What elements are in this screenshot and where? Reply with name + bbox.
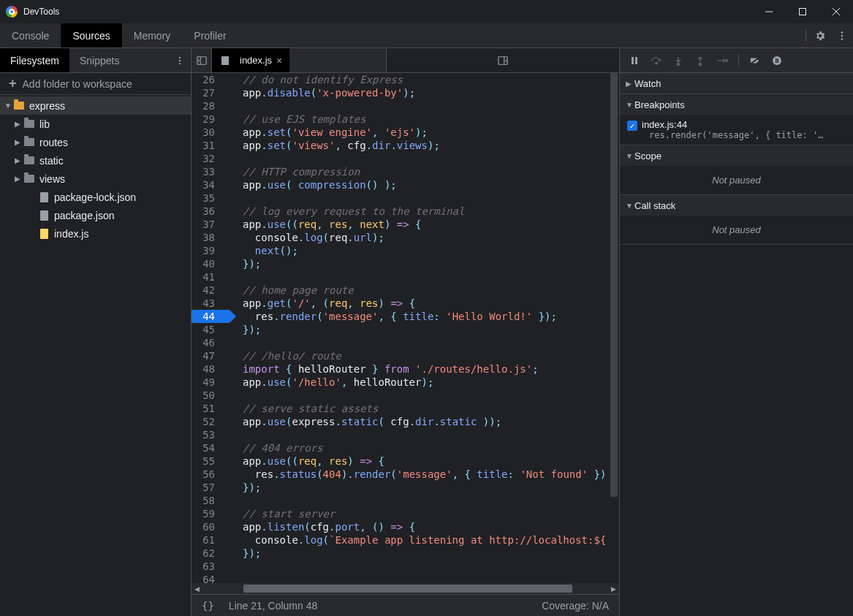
- file-icon: [38, 210, 50, 221]
- code-area[interactable]: // do not identify Expressapp.disable('x…: [232, 73, 619, 583]
- folder-lib[interactable]: ▶lib: [0, 115, 191, 133]
- chevron-right-icon: ▶: [626, 80, 634, 88]
- tree-label: package.json: [54, 210, 115, 221]
- breakpoints-header[interactable]: ▼Breakpoints: [620, 94, 853, 115]
- maximize-button[interactable]: [786, 0, 819, 23]
- tree-label: routes: [39, 137, 68, 148]
- nav-toggle-right-icon[interactable]: [386, 48, 619, 72]
- nav-toggle-left-icon[interactable]: [192, 48, 212, 72]
- file-icon: [23, 155, 35, 167]
- line-gutter[interactable]: 2627282930313233343536373839404142434445…: [192, 73, 232, 583]
- tab-console[interactable]: Console: [0, 23, 61, 47]
- tab-sources[interactable]: Sources: [61, 23, 121, 47]
- svg-point-1: [841, 31, 843, 34]
- svg-point-3: [841, 38, 843, 40]
- sidebar-more-icon[interactable]: [169, 48, 191, 72]
- chevron-down-icon: ▼: [626, 202, 634, 210]
- tree-label: index.js: [54, 228, 88, 240]
- pause-button[interactable]: [624, 50, 645, 71]
- cursor-position: Line 21, Column 48: [229, 600, 317, 612]
- folder-static[interactable]: ▶static: [0, 151, 191, 170]
- breakpoint-checkbox[interactable]: ✓: [627, 121, 637, 131]
- svg-point-11: [656, 62, 658, 64]
- content: Filesystem Snippets + Add folder to work…: [0, 48, 853, 616]
- file-icon: [23, 137, 35, 148]
- pause-on-exceptions-button[interactable]: [767, 50, 787, 71]
- svg-point-5: [179, 59, 181, 61]
- editor-tab-indexjs[interactable]: index.js ×: [212, 48, 289, 72]
- add-folder-button[interactable]: + Add folder to workspace: [0, 73, 191, 95]
- tree-label: static: [39, 155, 64, 167]
- sidebar-tab-snippets[interactable]: Snippets: [69, 48, 129, 72]
- folder-views[interactable]: ▶views: [0, 170, 191, 188]
- tab-profiler[interactable]: Profiler: [182, 23, 238, 47]
- file-package-json[interactable]: package.json: [0, 206, 191, 224]
- close-tab-icon[interactable]: ×: [276, 55, 282, 66]
- chevron-icon: ▶: [15, 138, 22, 146]
- svg-point-15: [773, 56, 781, 65]
- tree-label: lib: [39, 118, 50, 130]
- file-icon: [38, 228, 50, 240]
- chevron-icon: ▼: [4, 102, 12, 110]
- svg-rect-10: [635, 57, 637, 64]
- not-paused-label: Not paused: [620, 218, 853, 241]
- callstack-section: ▼Call stack Not paused: [620, 195, 853, 245]
- watch-header[interactable]: ▶Watch: [620, 73, 853, 94]
- svg-point-14: [726, 59, 728, 61]
- step-out-button[interactable]: [690, 50, 710, 71]
- step-button[interactable]: [712, 50, 732, 71]
- add-folder-label: Add folder to workspace: [23, 78, 132, 90]
- code-editor[interactable]: 2627282930313233343536373839404142434445…: [192, 73, 619, 583]
- plus-icon: +: [9, 76, 17, 91]
- coverage-label: Coverage: N/A: [542, 600, 609, 612]
- main-toolbar: Console Sources Memory Profiler: [0, 23, 853, 48]
- tree-label: views: [39, 173, 65, 185]
- scope-section: ▼Scope Not paused: [620, 145, 853, 195]
- folder-routes[interactable]: ▶routes: [0, 133, 191, 151]
- breakpoint-code: res.render('message', { title: '…: [642, 130, 823, 140]
- file-icon: [23, 173, 35, 185]
- svg-point-12: [678, 63, 680, 65]
- file-index-js[interactable]: index.js: [0, 224, 191, 243]
- vertical-scrollbar[interactable]: [609, 73, 619, 583]
- file-icon: [23, 118, 35, 130]
- chevron-icon: ▶: [15, 175, 22, 183]
- format-braces-icon[interactable]: {}: [202, 600, 214, 612]
- tab-memory[interactable]: Memory: [122, 23, 183, 47]
- watch-section: ▶Watch: [620, 73, 853, 94]
- chevron-down-icon: ▼: [626, 101, 634, 109]
- folder-express[interactable]: ▼express: [0, 96, 191, 115]
- sidebar-tabs: Filesystem Snippets: [0, 48, 191, 73]
- file-tree: ▼express▶lib▶routes▶static▶viewspackage-…: [0, 95, 191, 616]
- settings-icon[interactable]: [809, 23, 831, 47]
- horizontal-scrollbar[interactable]: ◀ ▶: [192, 583, 619, 594]
- breakpoint-location: index.js:44: [642, 119, 823, 130]
- svg-rect-9: [632, 57, 634, 64]
- svg-rect-16: [776, 58, 777, 63]
- breakpoints-section: ▼Breakpoints ✓ index.js:44 res.render('m…: [620, 94, 853, 145]
- svg-point-13: [700, 63, 702, 65]
- editor-panel: index.js × 26272829303132333435363738394…: [192, 48, 620, 616]
- scope-header[interactable]: ▼Scope: [620, 145, 853, 166]
- sidebar-tab-filesystem[interactable]: Filesystem: [0, 48, 69, 72]
- file-icon: [13, 100, 25, 112]
- step-over-button[interactable]: [646, 50, 667, 71]
- deactivate-breakpoints-button[interactable]: [745, 50, 765, 71]
- chevron-icon: ▶: [15, 120, 22, 128]
- callstack-header[interactable]: ▼Call stack: [620, 195, 853, 216]
- breakpoint-item[interactable]: ✓ index.js:44 res.render('message', { ti…: [620, 118, 853, 142]
- chrome-icon: [6, 6, 18, 18]
- editor-tabs: index.js ×: [192, 48, 619, 73]
- minimize-button[interactable]: [752, 0, 786, 23]
- debug-toolbar: [620, 48, 853, 73]
- close-button[interactable]: [819, 0, 853, 23]
- step-into-button[interactable]: [668, 50, 689, 71]
- file-package-lock-json[interactable]: package-lock.json: [0, 188, 191, 206]
- chevron-down-icon: ▼: [626, 152, 634, 160]
- kebab-menu-icon[interactable]: [831, 23, 853, 47]
- editor-tab-label: index.js: [240, 55, 272, 66]
- tree-label: package-lock.json: [54, 191, 136, 203]
- scroll-right-icon[interactable]: ▶: [608, 583, 619, 594]
- svg-point-4: [179, 56, 181, 58]
- scroll-left-icon[interactable]: ◀: [192, 583, 202, 594]
